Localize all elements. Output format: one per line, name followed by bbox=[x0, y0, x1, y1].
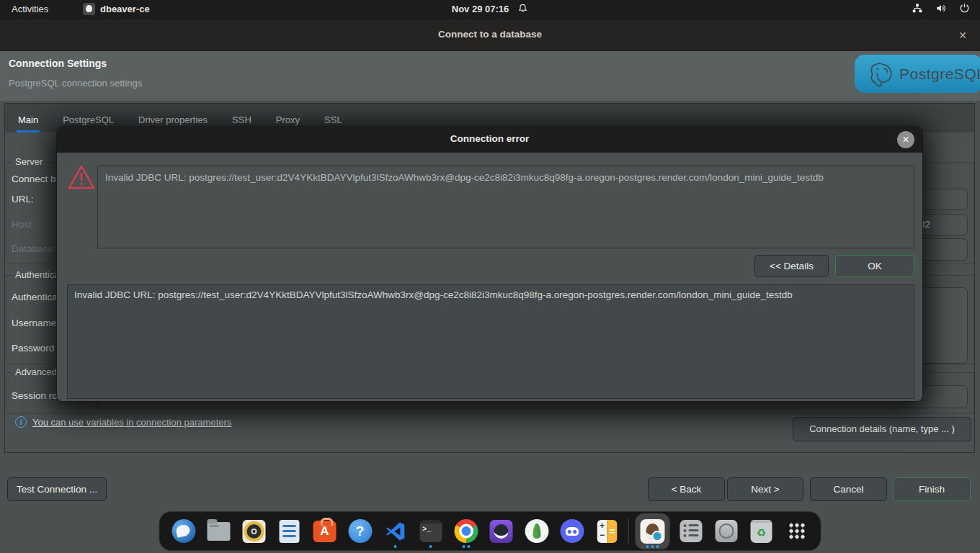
test-connection-button[interactable]: Test Connection ... bbox=[7, 477, 107, 501]
vscode-icon bbox=[385, 521, 406, 542]
window-close-icon[interactable]: ✕ bbox=[956, 28, 970, 42]
host-label: Host: bbox=[12, 219, 35, 230]
focused-app-name: dbeaver-ce bbox=[100, 4, 150, 14]
database-label: Database bbox=[12, 243, 53, 254]
system-tray[interactable] bbox=[912, 3, 970, 14]
password-label: Password bbox=[12, 343, 54, 354]
dock-mongodb-compass[interactable] bbox=[522, 513, 551, 549]
details-toggle-button[interactable]: << Details bbox=[754, 255, 829, 277]
app-grid-icon bbox=[788, 523, 805, 539]
trash-icon: ♻ bbox=[751, 520, 772, 543]
dock-settings-editor[interactable] bbox=[677, 513, 705, 549]
page-title: Connection Settings bbox=[9, 58, 107, 69]
dock-dbeaver[interactable] bbox=[636, 513, 670, 549]
activities-button[interactable]: Activities bbox=[12, 4, 48, 14]
postgresql-elephant-icon bbox=[868, 60, 895, 89]
connection-error-dialog: Connection error ✕ Invalid JDBC URL: pos… bbox=[56, 126, 923, 402]
dock-calculator[interactable]: +− = bbox=[593, 513, 622, 549]
dock-rhythmbox[interactable] bbox=[240, 513, 269, 549]
volume-icon bbox=[935, 3, 947, 14]
focused-app-menu[interactable]: dbeaver-ce bbox=[83, 3, 150, 15]
top-bar: Activities dbeaver-ce Nov 29 07:16 bbox=[0, 0, 980, 19]
dock-github-desktop[interactable] bbox=[487, 513, 516, 549]
variables-hint-row: i You can use variables in connection pa… bbox=[15, 416, 231, 428]
help-icon: ? bbox=[348, 519, 372, 543]
mongodb-leaf-icon bbox=[525, 519, 548, 543]
running-indicator bbox=[416, 545, 445, 548]
wizard-header: Connection Settings PostgreSQL connectio… bbox=[0, 51, 980, 101]
software-icon: A bbox=[313, 521, 337, 542]
dock-trash[interactable]: ♻ bbox=[747, 513, 776, 549]
running-indicator bbox=[381, 545, 410, 548]
postgresql-logo-label: PostgreSQL bbox=[899, 66, 980, 83]
rhythmbox-icon bbox=[243, 520, 266, 543]
dock-vscode[interactable] bbox=[381, 513, 410, 549]
discord-icon bbox=[560, 519, 584, 543]
back-button[interactable]: < Back bbox=[648, 477, 725, 501]
dock-thunderbird[interactable] bbox=[169, 513, 198, 549]
warning-icon bbox=[67, 164, 96, 191]
running-indicator bbox=[452, 545, 481, 548]
dock-help[interactable]: ? bbox=[346, 513, 375, 549]
dock-files[interactable] bbox=[205, 513, 233, 549]
error-dialog-close-icon[interactable]: ✕ bbox=[897, 131, 914, 148]
postgresql-logo: PostgreSQL bbox=[855, 55, 980, 93]
dock-app-grid[interactable] bbox=[783, 513, 811, 549]
disks-icon bbox=[715, 520, 737, 542]
connection-details-button[interactable]: Connection details (name, type ... ) bbox=[793, 417, 971, 441]
dbeaver-app-icon bbox=[83, 3, 95, 15]
settings-editor-icon bbox=[680, 520, 702, 542]
network-icon bbox=[912, 3, 923, 14]
dock-chrome[interactable] bbox=[452, 513, 481, 549]
writer-icon bbox=[280, 520, 300, 543]
error-dialog-title: Connection error bbox=[57, 133, 922, 144]
window-titlebar[interactable]: Connect to a database ✕ bbox=[0, 19, 980, 51]
running-indicator bbox=[636, 545, 670, 548]
window-title: Connect to a database bbox=[0, 29, 980, 40]
dock-separator bbox=[628, 518, 629, 544]
error-dialog-titlebar[interactable]: Connection error ✕ bbox=[57, 127, 922, 153]
dock-ubuntu-software[interactable]: A bbox=[311, 513, 339, 549]
dock-discord[interactable] bbox=[558, 513, 587, 549]
advanced-group-label: Advanced bbox=[12, 367, 61, 377]
server-group-label: Server bbox=[12, 156, 46, 167]
calculator-icon: +− = bbox=[597, 520, 618, 543]
tab-main[interactable]: Main bbox=[17, 108, 40, 132]
power-icon bbox=[959, 3, 970, 14]
dbeaver-icon bbox=[641, 519, 665, 544]
thunderbird-icon bbox=[172, 519, 195, 543]
info-icon: i bbox=[15, 416, 27, 428]
page-subtitle: PostgreSQL connection settings bbox=[9, 78, 142, 89]
error-details-text[interactable]: Invalid JDBC URL: postgres://test_user:d… bbox=[67, 284, 914, 399]
dock: A ? >_ +− = bbox=[159, 511, 821, 551]
cancel-button[interactable]: Cancel bbox=[810, 477, 887, 501]
next-button[interactable]: Next > bbox=[727, 477, 803, 501]
finish-button[interactable]: Finish bbox=[893, 477, 971, 501]
username-label: Username bbox=[12, 318, 56, 328]
chrome-icon bbox=[454, 519, 478, 543]
dock-terminal[interactable]: >_ bbox=[416, 513, 445, 549]
url-label: URL: bbox=[12, 194, 34, 204]
variables-hint-link[interactable]: You can use variables in connection para… bbox=[32, 417, 231, 428]
desktop: Activities dbeaver-ce Nov 29 07:16 bbox=[0, 0, 980, 553]
clock-label[interactable]: Nov 29 07:16 bbox=[452, 4, 509, 14]
files-icon bbox=[208, 522, 231, 541]
ok-button[interactable]: OK bbox=[835, 255, 914, 277]
dock-libreoffice-writer[interactable] bbox=[275, 513, 304, 549]
terminal-icon: >_ bbox=[419, 520, 442, 542]
dock-disks[interactable] bbox=[712, 513, 741, 549]
error-message-box: Invalid JDBC URL: postgres://test_user:d… bbox=[97, 166, 914, 248]
github-icon bbox=[490, 520, 513, 543]
connect-by-label: Connect by bbox=[12, 174, 61, 184]
notification-bell-icon bbox=[517, 3, 528, 14]
